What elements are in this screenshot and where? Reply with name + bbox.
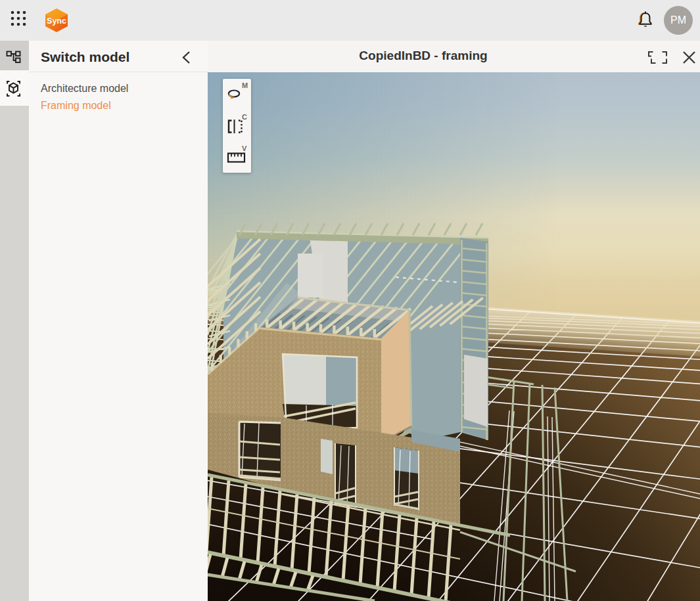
svg-text:Sync: Sync	[47, 16, 66, 26]
